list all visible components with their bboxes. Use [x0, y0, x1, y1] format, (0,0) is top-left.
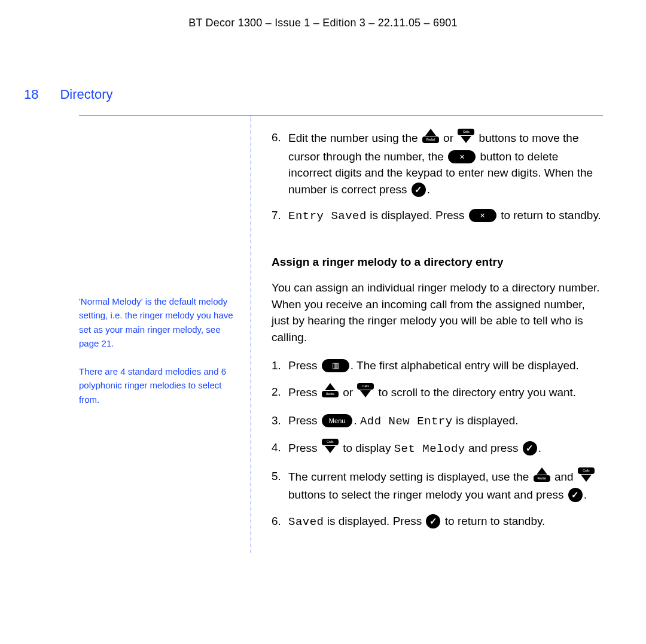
down-calls-icon: Calls: [578, 467, 595, 487]
step-number: 2.: [272, 384, 288, 403]
step-number: 7.: [272, 207, 288, 225]
cancel-x-icon: ✕: [469, 209, 496, 222]
step-6: 6. Edit the number using the Redial or C…: [272, 129, 603, 198]
sidebar: 'Normal Melody' is the default melody se…: [79, 116, 251, 553]
ok-check-icon: ✓: [568, 488, 583, 502]
ok-check-icon: ✓: [426, 514, 440, 528]
step-text: Saved is displayed. Press ✓ to return to…: [288, 513, 545, 531]
melody-step-4: 4. Press Calls to display Set Melody and…: [272, 439, 603, 458]
document-header: BT Decor 1300 – Issue 1 – Edition 3 – 22…: [43, 17, 603, 29]
lcd-text: Set Melody: [394, 442, 465, 455]
subheading: Assign a ringer melody to a directory en…: [272, 254, 603, 271]
step-number: 6.: [272, 129, 288, 198]
step-text: Edit the number using the Redial or Call…: [288, 129, 603, 198]
melody-step-1: 1. Press ▥. The first alphabetical entry…: [272, 357, 603, 374]
sidebar-spacer: [79, 128, 235, 294]
page: BT Decor 1300 – Issue 1 – Edition 3 – 22…: [0, 0, 646, 644]
step-number: 5.: [272, 468, 288, 503]
directory-book-icon: ▥: [322, 359, 349, 372]
side-note-1: 'Normal Melody' is the default melody se…: [79, 294, 235, 350]
melody-step-2: 2. Press Redial or Calls to scroll to th…: [272, 384, 603, 403]
melody-step-6: 6. Saved is displayed. Press ✓ to return…: [272, 513, 603, 531]
down-calls-icon: Calls: [458, 129, 474, 148]
step-text: The current melody setting is displayed,…: [288, 468, 603, 503]
step-text: Press Calls to display Set Melody and pr…: [288, 439, 541, 458]
melody-step-5: 5. The current melody setting is display…: [272, 468, 603, 503]
main-content: 6. Edit the number using the Redial or C…: [251, 116, 603, 553]
step-text: Entry Saved is displayed. Press ✕ to ret…: [288, 207, 601, 225]
step-text: Press Redial or Calls to scroll to the d…: [288, 384, 576, 403]
lcd-text: Saved: [288, 515, 324, 528]
lcd-text: Entry Saved: [288, 209, 367, 223]
step-text: Press ▥. The first alphabetical entry wi…: [288, 357, 579, 374]
page-heading: 18 Directory: [24, 87, 603, 102]
up-redial-icon: Redial: [422, 129, 439, 148]
melody-step-3: 3. Press Menu. Add New Entry is displaye…: [272, 412, 603, 430]
step-7: 7. Entry Saved is displayed. Press ✕ to …: [272, 207, 603, 225]
intro-paragraph: You can assign an individual ringer melo…: [272, 280, 603, 345]
menu-button-icon: Menu: [322, 414, 353, 427]
down-calls-icon: Calls: [322, 439, 339, 458]
ok-check-icon: ✓: [523, 441, 537, 455]
step-number: 3.: [272, 412, 288, 430]
step-number: 4.: [272, 439, 288, 458]
ok-check-icon: ✓: [412, 183, 426, 197]
cancel-x-icon: ✕: [448, 150, 476, 163]
lcd-text: Add New Entry: [360, 415, 453, 428]
step-number: 6.: [272, 513, 288, 531]
up-redial-icon: Redial: [534, 467, 550, 487]
step-text: Press Menu. Add New Entry is displayed.: [288, 412, 519, 430]
step-number: 1.: [272, 357, 288, 374]
page-number: 18: [24, 87, 38, 102]
side-note-2: There are 4 standard melodies and 6 poly…: [79, 364, 235, 406]
up-redial-icon: Redial: [322, 383, 339, 402]
content-columns: 'Normal Melody' is the default melody se…: [79, 116, 603, 553]
section-title: Directory: [60, 87, 112, 102]
down-calls-icon: Calls: [357, 383, 374, 402]
